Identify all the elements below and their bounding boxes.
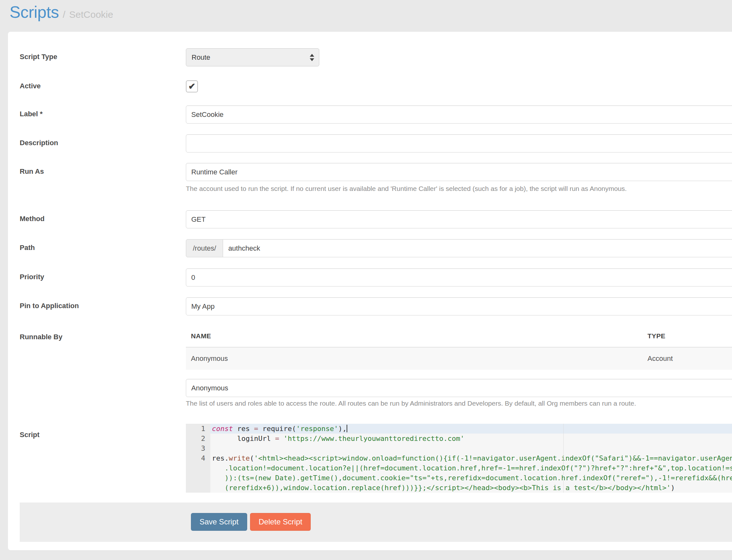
editor-cursor xyxy=(347,425,347,432)
table-row[interactable]: AnonymousAccount xyxy=(186,347,732,370)
path-input[interactable] xyxy=(223,239,732,257)
code-editor[interactable]: 1const res = require('response'),2 login… xyxy=(186,424,732,493)
runnable-by-label: Runnable By xyxy=(20,333,62,341)
method-input[interactable] xyxy=(186,210,732,228)
path-prefix: /routes/ xyxy=(186,239,223,257)
breadcrumb-separator: / xyxy=(63,9,65,20)
active-checkbox[interactable]: ✔ xyxy=(186,80,198,92)
breadcrumb-record: SetCookie xyxy=(69,9,113,20)
path-label: Path xyxy=(20,244,35,252)
code-line[interactable]: .location!=document.location?e||(href=do… xyxy=(210,463,732,473)
label-input[interactable] xyxy=(186,105,732,124)
line-number: 2 xyxy=(186,434,210,443)
run-as-label: Run As xyxy=(20,167,44,176)
label-field-label: Label * xyxy=(20,110,43,118)
save-script-button[interactable]: Save Script xyxy=(191,513,247,531)
line-number: 3 xyxy=(186,443,210,453)
chevron-up-down-icon xyxy=(310,54,314,61)
code-editor-lines: 1const res = require('response'),2 login… xyxy=(186,424,732,493)
table-header-name: NAME xyxy=(191,332,211,340)
checkmark-icon: ✔ xyxy=(188,82,196,91)
row-name-cell: Anonymous xyxy=(191,354,228,363)
code-line[interactable]: loginUrl = 'https://www.theurlyouwanttor… xyxy=(210,434,732,443)
script-type-select[interactable]: Route xyxy=(186,48,319,66)
script-type-value: Route xyxy=(192,53,210,62)
code-line[interactable] xyxy=(210,443,732,453)
code-line[interactable]: (rerefidx+6)),window.location.replace(hr… xyxy=(210,483,732,493)
code-line[interactable]: const res = require('response'), xyxy=(210,424,732,434)
description-input[interactable] xyxy=(186,134,732,152)
priority-label: Priority xyxy=(20,273,44,281)
script-label: Script xyxy=(20,431,39,439)
code-line[interactable]: res.write('<html><head><script>window.on… xyxy=(210,453,732,463)
script-type-label: Script Type xyxy=(20,53,57,61)
editor-ruler-line xyxy=(563,424,564,493)
line-number xyxy=(186,473,210,483)
line-number xyxy=(186,483,210,493)
pin-to-application-label: Pin to Application xyxy=(20,302,79,310)
path-input-group: /routes/ xyxy=(186,239,732,257)
line-number: 4 xyxy=(186,453,210,463)
code-line[interactable]: )):(ts=(new Date).getTime(),document.coo… xyxy=(210,473,732,483)
run-as-input[interactable] xyxy=(186,163,732,181)
runnable-by-table-header: NAME TYPE xyxy=(186,330,732,347)
row-type-cell: Account xyxy=(647,354,673,363)
line-number xyxy=(186,463,210,473)
page-title: Scripts xyxy=(10,3,59,22)
footer-bar: Save Script Delete Script xyxy=(20,503,732,542)
breadcrumb: Scripts / SetCookie xyxy=(10,3,113,22)
method-label: Method xyxy=(20,215,44,223)
script-form-panel: Script Type Route Active ✔ Label * Descr… xyxy=(8,32,732,550)
pin-to-application-input[interactable] xyxy=(186,297,732,315)
priority-input[interactable] xyxy=(186,268,732,287)
delete-script-button[interactable]: Delete Script xyxy=(250,513,311,531)
description-label: Description xyxy=(20,139,58,147)
runnable-by-rows: AnonymousAccount xyxy=(186,347,732,370)
runnable-by-input[interactable] xyxy=(186,379,732,397)
table-header-type: TYPE xyxy=(647,332,665,340)
active-label: Active xyxy=(20,82,41,90)
line-number: 1 xyxy=(186,424,210,434)
runnable-by-help: The list of users and roles able to acce… xyxy=(186,400,636,407)
run-as-help: The account used to run the script. If n… xyxy=(186,185,627,192)
runnable-by-table: NAME TYPE AnonymousAccount xyxy=(186,330,732,370)
